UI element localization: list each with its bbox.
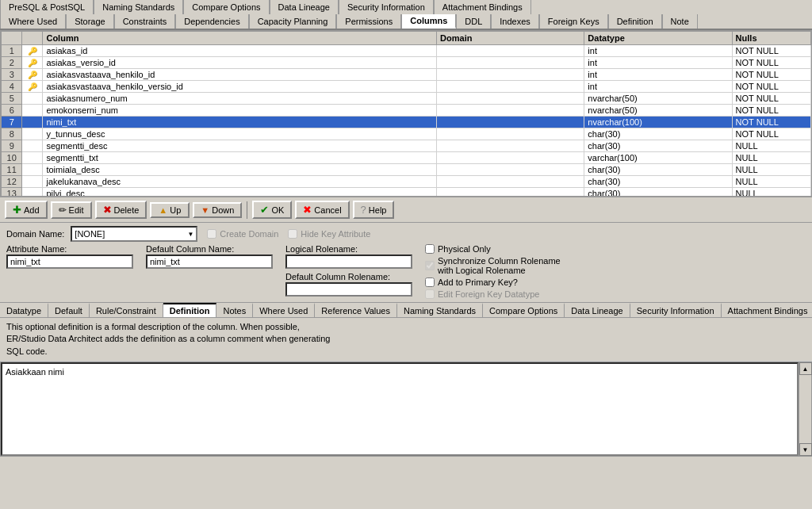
- row-icon: [22, 128, 43, 140]
- help-icon: ?: [361, 204, 366, 216]
- tab-naming-standards[interactable]: Naming Standards: [94, 0, 183, 14]
- row-number: 3: [2, 69, 22, 81]
- dropdown-arrow-icon: ▼: [187, 231, 193, 238]
- column-nulls: NOT NULL: [732, 128, 810, 140]
- tab-naming-standards-bottom[interactable]: Naming Standards: [397, 303, 483, 317]
- tab-capacity-planning[interactable]: Capacity Planning: [250, 14, 337, 29]
- tab-default[interactable]: Default: [48, 303, 90, 317]
- col-header-domain[interactable]: Domain: [437, 32, 584, 45]
- tab-security-information[interactable]: Security Information: [339, 0, 434, 14]
- tab-permissions[interactable]: Permissions: [337, 14, 401, 29]
- tab-columns[interactable]: Columns: [402, 14, 456, 29]
- edit-foreign-key-checkbox[interactable]: [425, 289, 435, 299]
- table-row[interactable]: 12jakelukanava_descchar(30)NULL: [2, 176, 811, 188]
- cancel-button[interactable]: ✖ Cancel: [295, 201, 349, 219]
- form-area: Domain Name: [NONE] ▼ Create Domain Hide…: [0, 223, 812, 302]
- table-row[interactable]: 3🔑asiakasvastaava_henkilo_idintNOT NULL: [2, 69, 811, 81]
- tab-ddl[interactable]: DDL: [457, 14, 491, 29]
- table-row[interactable]: 13pilvi_descchar(30)NULL: [2, 188, 811, 197]
- tab-security-info-bottom[interactable]: Security Information: [630, 303, 722, 317]
- tab-dependencies[interactable]: Dependencies: [176, 14, 248, 29]
- column-datatype: int: [584, 81, 732, 93]
- help-button[interactable]: ? Help: [353, 201, 395, 219]
- table-row[interactable]: 1🔑asiakas_idintNOT NULL: [2, 45, 811, 57]
- col-header-nulls[interactable]: Nulls: [732, 32, 810, 45]
- add-primary-key-checkbox[interactable]: [425, 277, 435, 287]
- delete-icon: ✖: [103, 204, 112, 216]
- default-column-field: Default Column Name:: [146, 244, 273, 269]
- tab-constraints[interactable]: Constraints: [115, 14, 176, 29]
- tab-storage[interactable]: Storage: [67, 14, 114, 29]
- row-number: 5: [2, 93, 22, 105]
- table-row[interactable]: 6emokonserni_numnvarchar(50)NOT NULL: [2, 105, 811, 117]
- logical-rolename-input[interactable]: [285, 254, 412, 269]
- tab-presql-postsql[interactable]: PreSQL & PostSQL: [0, 0, 94, 14]
- tab-datatype[interactable]: Datatype: [0, 303, 48, 317]
- physical-only-checkbox[interactable]: [425, 244, 435, 254]
- column-nulls: NULL: [732, 188, 810, 197]
- form-left: Attribute Name: Default Column Name:: [6, 244, 273, 269]
- row-number: 12: [2, 176, 22, 188]
- tab-note[interactable]: Note: [663, 14, 698, 29]
- edit-button[interactable]: ✏ Edit: [51, 201, 92, 219]
- add-primary-key-label: Add to Primary Key?: [438, 277, 518, 287]
- column-datatype: nvarchar(50): [584, 93, 732, 105]
- attribute-name-input[interactable]: [6, 254, 133, 269]
- row-number: 10: [2, 152, 22, 164]
- scroll-down-btn[interactable]: ▼: [799, 443, 812, 456]
- tab-notes[interactable]: Notes: [216, 303, 253, 317]
- table-row[interactable]: 7nimi_txtnvarchar(100)NOT NULL: [2, 117, 811, 128]
- tab-compare-options[interactable]: Compare Options: [184, 0, 269, 14]
- column-domain: [437, 176, 584, 188]
- table-row[interactable]: 2🔑asiakas_versio_idintNOT NULL: [2, 57, 811, 69]
- delete-button[interactable]: ✖ Delete: [95, 201, 147, 219]
- table-row[interactable]: 9segmentti_descchar(30)NULL: [2, 140, 811, 152]
- definition-container: ▲ ▼: [0, 362, 812, 457]
- col-header-datatype[interactable]: Datatype: [584, 32, 732, 45]
- table-row[interactable]: 8y_tunnus_descchar(30)NOT NULL: [2, 128, 811, 140]
- column-domain: [437, 93, 584, 105]
- scroll-up-btn[interactable]: ▲: [799, 362, 812, 375]
- tab-where-used[interactable]: Where Used: [0, 14, 66, 29]
- col-header-column[interactable]: Column: [43, 32, 437, 45]
- down-button[interactable]: ▼ Down: [193, 202, 242, 218]
- tab-definition[interactable]: Definition: [609, 14, 662, 29]
- info-line-1: This optional definition is a formal des…: [6, 322, 300, 331]
- table-row[interactable]: 5asiakasnumero_numnvarchar(50)NOT NULL: [2, 93, 811, 105]
- table-row[interactable]: 10segmentti_txtvarchar(100)NULL: [2, 152, 811, 164]
- tab-where-used-bottom[interactable]: Where Used: [253, 303, 315, 317]
- hide-key-checkbox[interactable]: [288, 229, 297, 239]
- add-icon: ✚: [13, 204, 21, 216]
- ok-label: OK: [271, 205, 284, 215]
- tab-foreign-keys[interactable]: Foreign Keys: [540, 14, 608, 29]
- edit-label: Edit: [69, 205, 84, 215]
- domain-select[interactable]: [NONE] ▼: [71, 226, 197, 242]
- top-tab-bar-1: PreSQL & PostSQL Naming Standards Compar…: [0, 0, 812, 30]
- table-row[interactable]: 11toimiala_descchar(30)NULL: [2, 164, 811, 176]
- sync-rolename-checkbox[interactable]: [425, 261, 435, 270]
- edit-icon: ✏: [59, 205, 67, 216]
- tab-data-lineage-bottom[interactable]: Data Lineage: [565, 303, 630, 317]
- ok-button[interactable]: ✔ OK: [252, 201, 292, 219]
- default-column-input[interactable]: [146, 254, 273, 269]
- column-nulls: NOT NULL: [732, 81, 810, 93]
- info-line-2: ER/Studio Data Architect adds the defini…: [6, 334, 330, 343]
- row-icon: 🔑: [22, 81, 43, 93]
- tab-rule-constraint[interactable]: Rule/Constraint: [90, 303, 163, 317]
- tab-bottom-definition[interactable]: Definition: [163, 303, 217, 317]
- definition-textarea[interactable]: [1, 362, 799, 456]
- create-domain-checkbox[interactable]: [207, 229, 216, 239]
- default-col-role-input[interactable]: [285, 282, 412, 297]
- add-button[interactable]: ✚ Add: [5, 201, 48, 219]
- row-icon: 🔑: [22, 45, 43, 57]
- table-row[interactable]: 4🔑asiakasvastaava_henkilo_versio_idintNO…: [2, 81, 811, 93]
- tab-reference-values[interactable]: Reference Values: [315, 303, 397, 317]
- tab-compare-options-bottom[interactable]: Compare Options: [483, 303, 565, 317]
- up-button[interactable]: ▲ Up: [150, 202, 190, 218]
- tab-attachment-bindings[interactable]: Attachment Bindings: [435, 0, 531, 14]
- tab-attachment-bindings-bottom[interactable]: Attachment Bindings: [722, 303, 812, 317]
- column-domain: [437, 188, 584, 197]
- main-toolbar: ✚ Add ✏ Edit ✖ Delete ▲ Up ▼ Down ✔ OK ✖…: [0, 197, 812, 223]
- tab-indexes[interactable]: Indexes: [492, 14, 539, 29]
- tab-data-lineage[interactable]: Data Lineage: [270, 0, 339, 14]
